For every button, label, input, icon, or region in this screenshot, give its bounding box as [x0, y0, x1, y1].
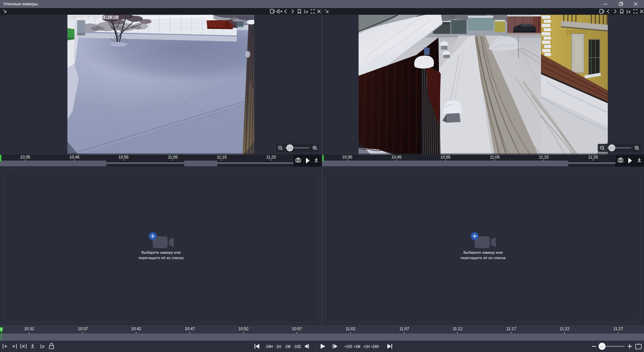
- svg-text:-10S: -10S: [293, 344, 301, 349]
- svg-text:1x: 1x: [304, 9, 308, 14]
- svg-text:2023 12 13 Wed 10:29:19: 2023 12 13 Wed 10:29:19: [69, 15, 118, 20]
- svg-text:+1M: +1M: [354, 344, 360, 349]
- svg-text:1.0: 1.0: [609, 146, 614, 150]
- svg-text:+24H: +24H: [371, 344, 379, 349]
- svg-text:+10S: +10S: [344, 344, 352, 349]
- svg-text:1.0: 1.0: [287, 146, 292, 150]
- svg-text:+1H: +1H: [363, 344, 370, 349]
- svg-text:1H: 1H: [600, 345, 604, 348]
- svg-text:1x: 1x: [40, 344, 45, 349]
- svg-text:1x: 1x: [626, 9, 631, 14]
- svg-text:-1H: -1H: [275, 344, 281, 349]
- svg-text:-1M: -1M: [284, 344, 290, 349]
- svg-text:-24H: -24H: [265, 344, 273, 349]
